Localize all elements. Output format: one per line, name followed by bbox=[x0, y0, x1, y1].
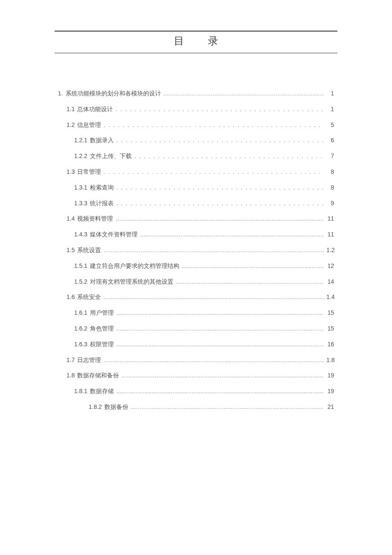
toc-entry-number: 1.2.1 bbox=[74, 137, 87, 144]
toc-leader-dots: ........................................… bbox=[104, 294, 324, 301]
toc-entry-label: 系统安全 bbox=[77, 293, 101, 301]
toc-entry: 1.4.3媒体文件资料管理...........................… bbox=[74, 231, 334, 238]
toc-entry: 1.6.2角色管理...............................… bbox=[74, 325, 334, 332]
toc-entry: 1.8.2数据备份...............................… bbox=[89, 403, 334, 411]
toc-entry-page: 1 bbox=[326, 90, 334, 97]
toc-entry: 1.系统功能模块的划分和各模块的设计......................… bbox=[58, 90, 334, 97]
toc-entry-label: 建立符合用户要求的文档管理结构 bbox=[90, 262, 179, 270]
toc-entry-page: 8 bbox=[326, 168, 334, 175]
toc-entry: 1.2.1数据录入 . . . . . . . . . . . . . . . … bbox=[74, 137, 334, 144]
toc-leader-dots: . . . . . . . . . . . . . . . . . . . . … bbox=[116, 184, 324, 191]
toc-entry-page: 16 bbox=[326, 341, 334, 348]
toc-entry: 1.8数据存储和备份..............................… bbox=[66, 372, 334, 379]
toc-entry-page: 11 bbox=[326, 231, 334, 238]
toc-entry-label: 信息管理 bbox=[77, 121, 101, 129]
toc-entry: 1.1总体功能设计 . . . . . . . . . . . . . . . … bbox=[66, 106, 334, 113]
toc-entry-page: 15 bbox=[326, 309, 334, 316]
toc-entry: 1.8.1数据存储...............................… bbox=[74, 388, 334, 395]
toc-entry-page: 7 bbox=[326, 152, 334, 160]
toc-entry-number: 1.5.2 bbox=[74, 278, 87, 285]
toc-entry: 1.6系统安全.................................… bbox=[66, 293, 334, 301]
toc-entry-number: 1.8.1 bbox=[74, 388, 87, 395]
toc-entry-label: 数据存储 bbox=[90, 388, 114, 395]
toc-entry: 1.5系统设置.................................… bbox=[66, 247, 334, 254]
toc-leader-dots: ........................................… bbox=[115, 216, 324, 222]
toc-entry-number: 1.5.1 bbox=[74, 262, 87, 270]
header-rule-thick bbox=[55, 31, 337, 32]
toc-title: 目录 bbox=[37, 34, 355, 48]
toc-entry-label: 文件上传、下载 bbox=[90, 152, 132, 160]
toc-entry-page: 6 bbox=[326, 137, 334, 144]
toc-entry: 1.5.1建立符合用户要求的文档管理结构....................… bbox=[74, 262, 334, 270]
toc-entry-page: 11 bbox=[326, 215, 334, 222]
toc-entry: 1.7日志管理.................................… bbox=[66, 357, 334, 364]
toc-entry-number: 1.6.1 bbox=[74, 309, 87, 316]
toc-entry-label: 日志管理 bbox=[77, 357, 101, 364]
toc-leader-dots: ........................................… bbox=[116, 388, 324, 395]
toc-entry-page: 1.4 bbox=[326, 293, 334, 301]
toc-leader-dots: . . . . . . . . . . . . . . . . . . . . … bbox=[134, 153, 324, 160]
toc-leader-dots: ........................................… bbox=[104, 247, 324, 254]
toc-leader-dots: . . . . . . . . . . . . . . . . . . . . … bbox=[104, 169, 324, 175]
toc-entry-number: 1.8.2 bbox=[89, 403, 102, 411]
toc-entry-page: 8 bbox=[326, 184, 334, 191]
toc-entry: 1.6.1用户管理...............................… bbox=[74, 309, 334, 316]
toc-entry-page: 19 bbox=[326, 372, 334, 379]
toc-list: 1.系统功能模块的划分和各模块的设计......................… bbox=[37, 90, 355, 411]
toc-leader-dots: ........................................… bbox=[176, 279, 324, 285]
toc-entry-page: 1.2 bbox=[326, 247, 334, 254]
toc-entry-page: 5 bbox=[326, 121, 334, 129]
toc-entry-label: 权限管理 bbox=[90, 341, 114, 348]
toc-entry-number: 1.3.3 bbox=[74, 200, 87, 207]
toc-leader-dots: . . . . . . . . . . . . . . . . . . . . … bbox=[104, 122, 324, 129]
toc-entry: 1.3.1检索查询 . . . . . . . . . . . . . . . … bbox=[74, 184, 334, 191]
toc-entry: 1.6.3权限管理...............................… bbox=[74, 341, 334, 348]
toc-entry: 1.4视频资料管理...............................… bbox=[66, 215, 334, 222]
toc-entry-label: 总体功能设计 bbox=[77, 106, 113, 113]
toc-entry-page: 14 bbox=[326, 278, 334, 285]
toc-entry-number: 1.3.1 bbox=[74, 184, 87, 191]
toc-entry-label: 数据备份 bbox=[104, 403, 128, 411]
toc-entry-label: 数据存储和备份 bbox=[77, 372, 119, 379]
toc-entry-label: 系统功能模块的划分和各模块的设计 bbox=[66, 90, 161, 97]
toc-entry-page: 9 bbox=[326, 200, 334, 207]
toc-entry-number: 1.4 bbox=[66, 215, 75, 222]
toc-entry-number: 1.3 bbox=[66, 168, 75, 175]
toc-entry-page: 21 bbox=[326, 403, 334, 411]
header-rule-thin bbox=[55, 53, 337, 53]
toc-entry-number: 1.2.2 bbox=[74, 152, 87, 160]
toc-entry-label: 统计报表 bbox=[90, 200, 114, 207]
toc-entry-number: 1.6.3 bbox=[74, 341, 87, 348]
toc-leader-dots: ........................................… bbox=[182, 263, 324, 270]
toc-entry-number: 1.6 bbox=[66, 293, 75, 301]
toc-entry-number: 1.6.2 bbox=[74, 325, 87, 332]
toc-entry: 1.2信息管理 . . . . . . . . . . . . . . . . … bbox=[66, 121, 334, 129]
toc-entry: 1.3.3统计报表 . . . . . . . . . . . . . . . … bbox=[74, 200, 334, 207]
toc-entry-label: 媒体文件资料管理 bbox=[90, 231, 138, 238]
toc-entry: 1.2.2文件上传、下载 . . . . . . . . . . . . . .… bbox=[74, 152, 334, 160]
toc-entry-number: 1.7 bbox=[66, 357, 75, 364]
toc-entry-label: 用户管理 bbox=[90, 309, 114, 316]
toc-leader-dots: . . . . . . . . . . . . . . . . . . . . … bbox=[116, 137, 324, 144]
toc-entry-number: 1.8 bbox=[66, 372, 75, 379]
toc-leader-dots: ........................................… bbox=[116, 341, 324, 348]
toc-leader-dots: . . . . . . . . . . . . . . . . . . . . … bbox=[116, 200, 324, 207]
toc-entry-label: 检索查询 bbox=[90, 184, 114, 191]
toc-entry-page: 1 bbox=[326, 106, 334, 113]
toc-entry-page: 1.8 bbox=[326, 357, 334, 364]
toc-leader-dots: . . . . . . . . . . . . . . . . . . . . … bbox=[115, 106, 324, 113]
toc-entry: 1.3日常管理 . . . . . . . . . . . . . . . . … bbox=[66, 168, 334, 175]
toc-entry-number: 1.2 bbox=[66, 121, 75, 129]
toc-entry-number: 1. bbox=[58, 90, 63, 97]
toc-entry-label: 数据录入 bbox=[90, 137, 114, 144]
toc-leader-dots: ........................................… bbox=[140, 231, 324, 238]
toc-entry-number: 1.5 bbox=[66, 247, 75, 254]
document-page: 目录 1.系统功能模块的划分和各模块的设计...................… bbox=[0, 0, 392, 555]
toc-leader-dots: ........................................… bbox=[121, 372, 324, 379]
toc-entry-page: 12 bbox=[326, 262, 334, 270]
toc-entry-label: 系统设置 bbox=[77, 247, 101, 254]
toc-entry-page: 15 bbox=[326, 325, 334, 332]
toc-entry-label: 日常管理 bbox=[77, 168, 101, 175]
toc-leader-dots: ........................................… bbox=[116, 310, 324, 316]
toc-entry-page: 19 bbox=[326, 388, 334, 395]
